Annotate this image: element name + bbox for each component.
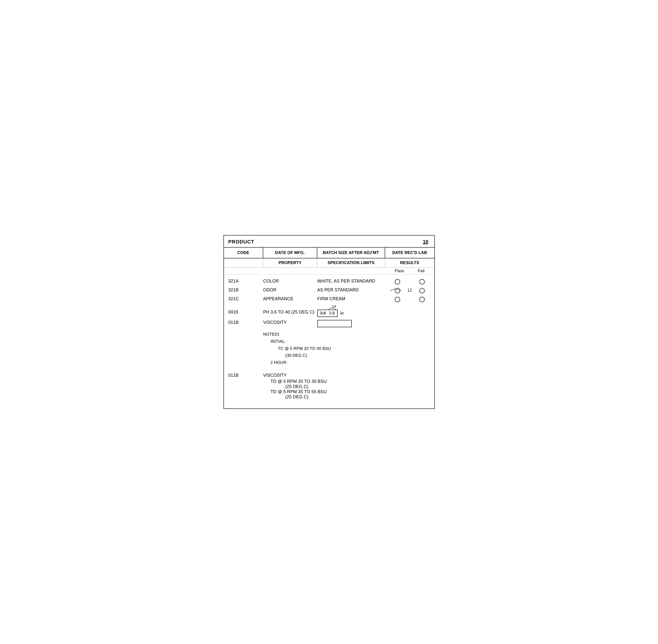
col-code: CODE — [224, 248, 263, 258]
row-321a: 321A COLOR WHITE, AS PER STANDARD — [224, 277, 434, 286]
content-area: 321A COLOR WHITE, AS PER STANDARD 321B O… — [224, 275, 434, 409]
fail-circle-321b — [419, 288, 425, 293]
subheader-property: PROPERTY — [263, 258, 317, 267]
pass-circle-321a — [395, 279, 400, 284]
property-321c: APPEARANCE — [263, 296, 317, 301]
product-header: PRODUCT — [224, 235, 434, 248]
fail-label: Fail — [418, 269, 424, 273]
product-label: PRODUCT — [228, 239, 254, 245]
subheader-results: RESULTS — [385, 258, 434, 267]
property-321a: COLOR — [263, 279, 317, 284]
viscosity2-content: VISCOSITY TD @ 5 RPM 20 TO 30 BSU (25 DE… — [263, 373, 434, 399]
note-section: NOTE01 INITIAL: TC @ 5 RPM 20 TO 40 BSU … — [224, 330, 434, 367]
column-headers: CODE DATE OF MFG. BATCH SIZE AFTER ADJ'M… — [224, 248, 434, 258]
row-321b: 321B ODOR AS PER STANDARD 12 — [224, 286, 434, 295]
property-321b: ODOR — [263, 288, 317, 293]
note-label: NOTE01 — [263, 332, 280, 337]
ph-value2: 3.8 — [329, 311, 335, 316]
property-visc1: VISCOSITY — [263, 320, 317, 325]
fail-circle-321a — [419, 279, 425, 284]
two-hour-label: 2 HOUR: — [271, 360, 288, 365]
fail-circle-321c — [419, 297, 425, 302]
initial-line2: (30 DEG C) — [263, 352, 434, 359]
results-ph — [385, 309, 434, 310]
ph-box: 3.6 3.8 — [317, 309, 338, 317]
subheader-spec-limits: SPECIFICATION LIMITS — [317, 258, 385, 267]
col-date-recd: DATE REC'D LAB — [385, 248, 434, 258]
outer-box: 10 PRODUCT CODE DATE OF MFG. BATCH SIZE … — [224, 235, 435, 409]
subheader-empty-1 — [224, 258, 263, 267]
row-ph: 0019 PH 3.6 TO 40 (25 DEG C) 14 3.6 3.8 — [224, 308, 434, 318]
results-visc1 — [385, 320, 434, 320]
col-batch-size: BATCH SIZE AFTER ADJ'MT — [317, 248, 385, 258]
page-number: 10 — [423, 239, 428, 245]
code-321b: 321B — [224, 288, 263, 293]
spec-visc1 — [317, 320, 385, 328]
callout-14-label: 14 — [332, 304, 336, 308]
col-date-mfg: DATE OF MFG. — [263, 248, 317, 258]
spec-ph: 14 3.6 3.8 kt — [317, 309, 385, 317]
pass-circle-321c — [395, 297, 400, 302]
pass-circle-321b — [395, 288, 400, 293]
ph-unit: kt — [340, 311, 344, 316]
pass-label: Pass — [395, 269, 404, 273]
spec-321c: FIRM CREAM — [317, 296, 385, 301]
code-visc2: 011B — [224, 373, 263, 378]
spec-321b: AS PER STANDARD — [317, 288, 385, 293]
initial-line1: TC @ 5 RPM 20 TO 40 BSU — [263, 345, 434, 352]
results-321c — [385, 296, 434, 302]
visc2-td1: TD @ 5 RPM 20 TO 30 BSU (25 DEG C) — [263, 379, 434, 389]
spec-321a: WHITE, AS PER STANDARD — [317, 279, 385, 284]
code-visc1: 011B — [224, 320, 263, 325]
visc2-td2: TD @ 5 RPM 35 TO 55 BSU (25 DEG C) — [263, 389, 434, 399]
property-ph: PH 3.6 TO 40 (25 DEG C) — [263, 309, 317, 315]
initial-label: INITIAL: — [271, 339, 286, 344]
code-321c: 321C — [224, 296, 263, 301]
row-viscosity2: 011B VISCOSITY TD @ 5 RPM 20 TO 30 BSU (… — [224, 371, 434, 401]
visc2-property: VISCOSITY — [263, 373, 434, 378]
code-ph: 0019 — [224, 309, 263, 315]
subheader-row: PROPERTY SPECIFICATION LIMITS RESULTS — [224, 258, 434, 268]
page-wrapper: 10 PRODUCT CODE DATE OF MFG. BATCH SIZE … — [224, 235, 435, 409]
two-hour-label-line: 2 HOUR: — [263, 359, 434, 366]
callout-12: 12 — [407, 288, 412, 293]
ph-value1: 3.6 — [320, 311, 326, 316]
viscosity-input-box[interactable] — [317, 320, 352, 327]
row-321c: 321C APPEARANCE FIRM CREAM — [224, 295, 434, 304]
note-label-line: NOTE01 — [263, 331, 434, 338]
results-321b: 12 — [385, 288, 434, 293]
row-viscosity1: 011B VISCOSITY — [224, 318, 434, 330]
results-321a — [385, 279, 434, 284]
initial-label-line: INITIAL: — [263, 338, 434, 345]
code-321a: 321A — [224, 279, 263, 284]
